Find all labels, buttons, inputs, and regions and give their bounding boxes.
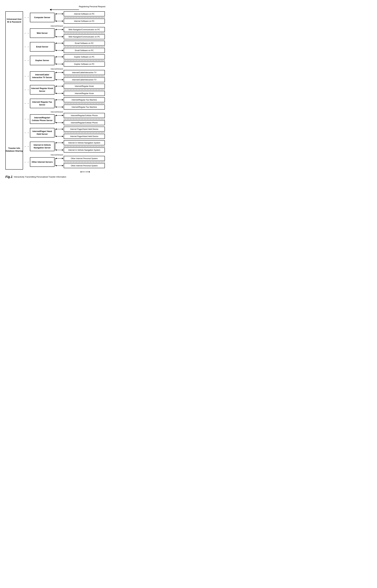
client-box-2-gopher-server: Gopher Software on PC bbox=[64, 61, 105, 67]
client-separator-email-server bbox=[64, 46, 105, 48]
row-web-server: ← →Web ServerWeb Navigator/Communicator … bbox=[24, 27, 134, 39]
client-box-2-invehicle-server: Internet In-Vehicle Navigation System bbox=[64, 148, 105, 152]
server-box-kiosk-server: Internet/ Regular Kiosk Server bbox=[30, 85, 55, 94]
client-separator-pager-server bbox=[64, 132, 105, 134]
mid-arrow-svg-web-server bbox=[55, 27, 64, 39]
page: Registering Personal Request Univera bbox=[3, 3, 135, 181]
left-arrow-icon-tv-server: ← → bbox=[24, 75, 30, 77]
left-text-traveler: Traveler Info Database Sharing bbox=[6, 147, 23, 152]
client-col-pager-server: Internet Pager/Hand Held DeviceInternet … bbox=[64, 127, 105, 139]
row-email-server: ← →Email ServerEmail Software on PCEmail… bbox=[24, 41, 134, 53]
fig-label: Fig.1 bbox=[5, 175, 12, 179]
client-box-2-tv-server: Internet/Cable/Interactive TV bbox=[64, 77, 105, 82]
left-arrow-icon-email-server: ← → bbox=[24, 46, 30, 48]
client-separator-computer-server bbox=[64, 16, 105, 19]
server-box-invehicle-server: Internet In-Vehicle Navigation Server bbox=[30, 142, 55, 151]
server-box-email-server: Email Server bbox=[30, 42, 55, 52]
left-main-box: Univerasal User ID & Password Traveler I… bbox=[5, 11, 23, 170]
client-box-1-tv-server: Internet/Cable/Interactive TV bbox=[64, 70, 105, 75]
client-separator-cellular-server bbox=[64, 118, 105, 120]
row-invehicle-server: ← →Internet In-Vehicle Navigation Server… bbox=[24, 140, 134, 152]
left-arrow-icon-computer-server: ← → bbox=[24, 16, 30, 19]
client-col-gopher-server: Gopher Software on PCGopher Software on … bbox=[64, 54, 105, 67]
mid-arrow-svg-cellular-server bbox=[55, 113, 64, 125]
left-arrow-icon-gopher-server: ← → bbox=[24, 59, 30, 62]
client-box-2-computer-server: Internet Software on PC bbox=[64, 19, 105, 24]
client-box-1-email-server: Email Software on PC bbox=[64, 41, 105, 46]
client-col-other-server: Other Internet Personal SystemOther Inte… bbox=[64, 156, 105, 168]
client-separator-other-server bbox=[64, 161, 105, 163]
client-box-1-cellular-server: Internet/Regular/Cellular Phone bbox=[64, 113, 105, 118]
server-box-tv-server: Internet/Cable/ Interactive TV Server bbox=[30, 71, 55, 81]
row-pager-server: ← →Internet/Pager/ Hand Held ServerInter… bbox=[24, 127, 134, 139]
client-separator-kiosk-server bbox=[64, 89, 105, 91]
top-register-arrow-icon bbox=[50, 8, 81, 11]
mid-arrow-svg-kiosk-server bbox=[55, 84, 64, 96]
server-box-gopher-server: Gopher Server bbox=[30, 56, 55, 65]
client-box-1-web-server: Web Navigator/Communicator on PC bbox=[64, 27, 105, 32]
caption-row: Fig.1 Interactively Transmitting Persona… bbox=[5, 175, 134, 179]
server-box-web-server: Web Server bbox=[30, 28, 55, 38]
client-box-2-cellular-server: Internet/Regular/Cellular Phone bbox=[64, 120, 105, 125]
mid-arrow-svg-invehicle-server bbox=[55, 140, 64, 152]
client-box-2-fax-server: Internet/Regular Fax Machine bbox=[64, 104, 105, 110]
client-separator-invehicle-server bbox=[64, 145, 105, 148]
top-note: Registering Personal Request bbox=[50, 5, 134, 8]
fig-caption: Interactively Transmitting Personalized … bbox=[14, 176, 66, 178]
row-cellular-server: ← →Internet/Regular/ Cellular Phone Serv… bbox=[24, 113, 134, 125]
row-computer-server: ← →Computer ServerInternet Software on P… bbox=[24, 11, 134, 24]
client-col-computer-server: Internet Software on PCInternet Software… bbox=[64, 11, 105, 24]
left-arrow-icon-kiosk-server: ← → bbox=[24, 89, 30, 91]
client-separator-tv-server bbox=[64, 75, 105, 77]
row-label-other-server: Internet/Intranet bbox=[24, 154, 134, 156]
client-col-fax-server: Internet/Regular Fax MachineInternet/Reg… bbox=[64, 97, 105, 110]
client-separator-web-server bbox=[64, 32, 105, 34]
client-col-kiosk-server: Internet/Regular KioskInternet/Regular K… bbox=[64, 84, 105, 96]
mid-arrow-svg-pager-server bbox=[55, 127, 64, 139]
bottom-arrow-icon: ⟵⟶ bbox=[36, 170, 134, 174]
row-other-server: ← →Other Internet ServersOther Internet … bbox=[24, 156, 134, 168]
left-arrow-icon-cellular-server: ← → bbox=[24, 118, 30, 120]
mid-arrow-svg-tv-server bbox=[55, 70, 64, 82]
left-arrow-icon-pager-server: ← → bbox=[24, 131, 30, 134]
client-box-2-other-server: Other Internet Personal System bbox=[64, 163, 105, 168]
left-arrow-icon-fax-server: ← → bbox=[24, 102, 30, 105]
row-label-cellular-server: Internet/Intranet bbox=[24, 111, 134, 113]
client-col-tv-server: Internet/Cable/Interactive TVInternet/Ca… bbox=[64, 70, 105, 82]
row-fax-server: ← →Internet/ Regular Fax ServerInternet/… bbox=[24, 97, 134, 110]
left-arrow-icon-invehicle-server: ← → bbox=[24, 145, 30, 148]
client-separator-fax-server bbox=[64, 102, 105, 104]
row-label-tv-server: Internet/Intranet bbox=[24, 68, 134, 70]
server-box-cellular-server: Internet/Regular/ Cellular Phone Server bbox=[30, 114, 55, 124]
client-box-2-kiosk-server: Internet/Regular Kiosk bbox=[64, 91, 105, 96]
client-box-1-computer-server: Internet Software on PC bbox=[64, 11, 105, 16]
mid-arrow-svg-computer-server bbox=[55, 11, 64, 24]
client-box-1-invehicle-server: Internet In-Vehicle Navigation System bbox=[64, 140, 105, 145]
client-separator-gopher-server bbox=[64, 59, 105, 61]
server-box-fax-server: Internet/ Regular Fax Server bbox=[30, 99, 55, 108]
client-box-1-kiosk-server: Internet/Regular Kiosk bbox=[64, 84, 105, 89]
client-col-web-server: Web Navigator/Communicator on PCWeb Navi… bbox=[64, 27, 105, 39]
client-col-invehicle-server: Internet In-Vehicle Navigation SystemInt… bbox=[64, 140, 105, 152]
mid-arrow-svg-gopher-server bbox=[55, 54, 64, 67]
mid-arrow-svg-other-server bbox=[55, 156, 64, 168]
left-text-uid: Univerasal User ID & Password bbox=[6, 18, 23, 23]
server-box-computer-server: Computer Server bbox=[30, 13, 55, 22]
client-box-2-email-server: Email Software on PC bbox=[64, 48, 105, 53]
row-kiosk-server: ← →Internet/ Regular Kiosk ServerInterne… bbox=[24, 84, 134, 96]
client-box-1-pager-server: Internet Pager/Hand Held Device bbox=[64, 127, 105, 132]
row-tv-server: ← →Internet/Cable/ Interactive TV Server… bbox=[24, 70, 134, 82]
mid-arrow-svg-fax-server bbox=[55, 97, 64, 110]
client-box-1-other-server: Other Internet Personal System bbox=[64, 156, 105, 161]
server-box-other-server: Other Internet Servers bbox=[30, 157, 55, 167]
row-label-web-server: Internet/Intranet bbox=[24, 25, 134, 27]
main-area: Univerasal User ID & Password Traveler I… bbox=[5, 11, 134, 170]
rows-area: ← →Computer ServerInternet Software on P… bbox=[23, 11, 134, 170]
client-col-email-server: Email Software on PCEmail Software on PC bbox=[64, 41, 105, 53]
row-gopher-server: ← →Gopher ServerGopher Software on PCGop… bbox=[24, 54, 134, 67]
mid-arrow-svg-email-server bbox=[55, 41, 64, 53]
diagram: Registering Personal Request Univera bbox=[5, 5, 134, 179]
server-box-pager-server: Internet/Pager/ Hand Held Server bbox=[30, 128, 55, 138]
left-arrow-icon-web-server: ← → bbox=[24, 32, 30, 34]
client-box-2-web-server: Web Navigator/Communicator on PC bbox=[64, 34, 105, 39]
